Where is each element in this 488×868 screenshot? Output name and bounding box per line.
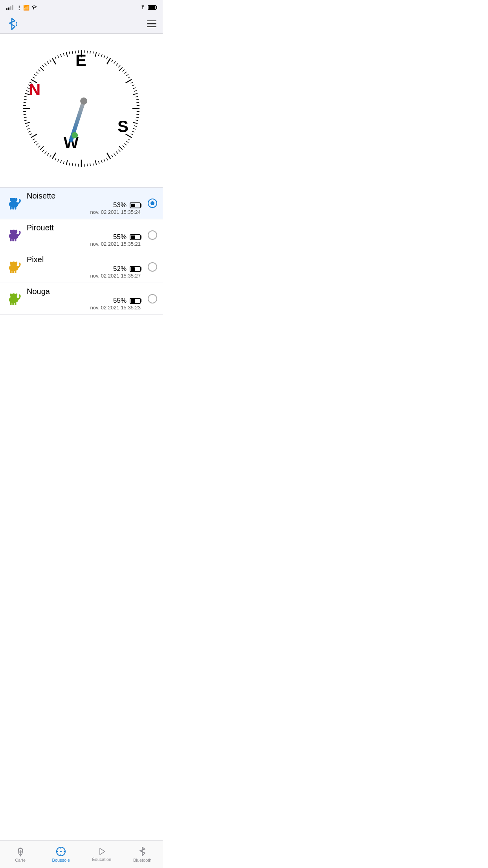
svg-line-32: [136, 114, 139, 115]
svg-line-106: [42, 65, 44, 67]
svg-line-69: [55, 158, 56, 160]
svg-line-57: [90, 163, 90, 166]
battery-fill: [149, 6, 155, 9]
dog-info-0: Noisette 53% nov. 02 2021 15:35:24: [27, 191, 141, 215]
dog-select-radio-3[interactable]: [148, 294, 157, 303]
svg-line-53: [101, 160, 103, 163]
svg-line-87: [24, 117, 27, 118]
svg-line-21: [131, 82, 133, 83]
svg-rect-138: [10, 270, 11, 273]
signal-bars: [6, 5, 13, 10]
dog-avatar-2: [6, 258, 23, 276]
svg-line-52: [104, 159, 105, 162]
svg-line-70: [52, 153, 56, 159]
svg-line-64: [69, 163, 70, 166]
status-bar: ⋮ 📶 ⤒: [0, 0, 163, 14]
svg-line-17: [125, 72, 127, 74]
dog-timestamp-0: nov. 02 2021 15:35:24: [27, 209, 141, 215]
location-arrow-icon: ⤒: [141, 5, 145, 10]
svg-line-83: [27, 129, 30, 130]
dog-name-2: Pixel: [27, 255, 141, 264]
svg-line-45: [119, 146, 122, 149]
svg-line-27: [136, 99, 139, 100]
app-container: ⋮ 📶 ⤒: [0, 0, 163, 342]
dog-battery-pct-2: 52%: [113, 265, 127, 273]
svg-line-20: [126, 79, 132, 83]
svg-line-22: [132, 85, 134, 86]
dog-select-radio-0[interactable]: [148, 199, 157, 208]
svg-line-73: [45, 152, 46, 154]
wifi-icon: ⋮ 📶: [17, 5, 29, 11]
hamburger-line-1: [147, 20, 156, 22]
bar3: [10, 6, 11, 10]
svg-line-34: [136, 120, 138, 120]
dog-item-pixel[interactable]: Pixel 52% nov. 02 2021 15:35:27: [0, 251, 163, 283]
svg-line-46: [118, 150, 120, 152]
dog-battery-icon-0: [130, 202, 141, 208]
dog-battery-fill-2: [131, 267, 135, 271]
svg-line-7: [101, 54, 103, 57]
svg-line-74: [42, 150, 44, 152]
svg-line-51: [106, 158, 108, 160]
svg-line-33: [136, 117, 139, 118]
dog-name-3: Nouga: [27, 287, 141, 296]
svg-line-49: [112, 155, 113, 157]
dog-battery-icon-1: [130, 234, 141, 240]
svg-line-56: [93, 163, 93, 166]
svg-rect-140: [15, 270, 16, 273]
svg-line-107: [45, 63, 46, 65]
menu-button[interactable]: [147, 20, 156, 28]
svg-line-37: [133, 129, 136, 130]
svg-line-108: [47, 61, 49, 64]
svg-line-12: [114, 61, 116, 64]
compass-container: N E S W: [18, 46, 144, 171]
svg-line-78: [34, 141, 37, 143]
dog-select-radio-1[interactable]: [148, 230, 157, 240]
battery-icon: [148, 5, 156, 10]
compass-north-label: N: [29, 80, 40, 99]
dog-timestamp-2: nov. 02 2021 15:35:27: [27, 273, 141, 279]
svg-line-82: [28, 131, 31, 132]
dog-meta-0: 53%: [27, 201, 141, 209]
svg-line-38: [132, 131, 134, 132]
svg-line-79: [33, 139, 35, 140]
svg-line-15: [119, 67, 122, 70]
dog-battery-fill-0: [131, 204, 135, 207]
svg-line-102: [34, 74, 37, 76]
svg-line-50: [107, 153, 110, 159]
svg-line-62: [75, 164, 76, 166]
hamburger-line-3: [147, 26, 156, 28]
svg-line-6: [99, 53, 99, 56]
svg-rect-145: [10, 302, 11, 305]
compass-east-label: E: [75, 51, 86, 70]
dog-select-radio-2[interactable]: [148, 262, 157, 272]
svg-line-11: [112, 60, 113, 62]
bar2: [8, 7, 9, 10]
dog-item-nouga[interactable]: Nouga 55% nov. 02 2021 15:35:23: [0, 283, 163, 315]
svg-line-71: [50, 155, 51, 157]
svg-line-3: [90, 51, 90, 54]
svg-line-19: [128, 77, 130, 78]
hamburger-line-2: [147, 23, 156, 24]
app-header: [0, 14, 163, 34]
svg-line-76: [38, 145, 40, 147]
dog-battery-icon-2: [130, 266, 141, 272]
svg-line-110: [52, 58, 56, 64]
svg-line-48: [114, 153, 116, 156]
svg-line-14: [118, 65, 120, 67]
svg-line-85: [25, 122, 30, 123]
wifi-symbol: [31, 5, 37, 10]
svg-rect-133: [15, 238, 16, 241]
dog-battery-pct-0: 53%: [113, 201, 127, 209]
dog-item-pirouett[interactable]: Pirouett 55% nov. 02 2021 15:35:21: [0, 219, 163, 251]
svg-line-81: [29, 134, 32, 135]
svg-line-92: [24, 103, 26, 103]
svg-line-63: [72, 163, 73, 166]
compass-area: N E S W: [0, 34, 163, 187]
svg-line-28: [136, 103, 139, 103]
svg-rect-126: [15, 206, 16, 210]
svg-rect-146: [12, 302, 14, 305]
dog-item-noisette[interactable]: Noisette 53% nov. 02 2021 15:35:24: [0, 188, 163, 219]
svg-line-18: [126, 74, 128, 76]
dog-avatar-1: [6, 226, 23, 244]
